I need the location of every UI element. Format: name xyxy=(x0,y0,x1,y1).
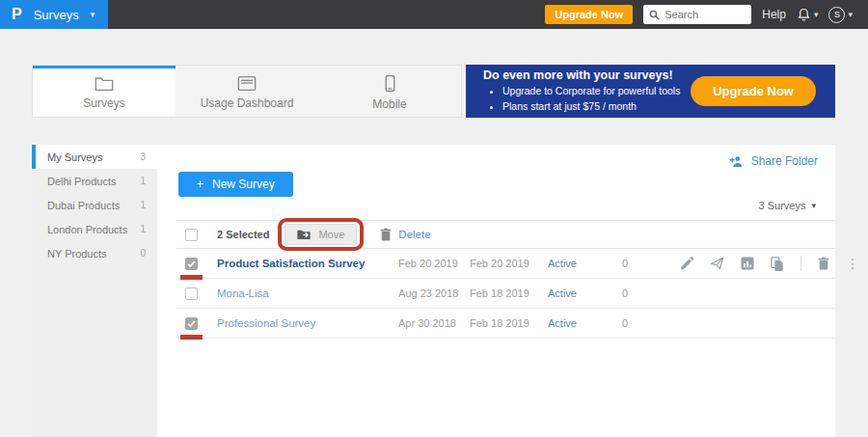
delete-label: Delete xyxy=(398,229,430,240)
search-box xyxy=(643,5,751,24)
edit-pencil-icon[interactable] xyxy=(680,257,693,270)
modified-date: Feb 20 2019 xyxy=(470,258,548,269)
survey-name-link[interactable]: Product Satisfaction Survey xyxy=(217,258,398,269)
search-input[interactable] xyxy=(665,9,746,20)
status-label: Active xyxy=(548,317,622,329)
surveys-count-dropdown[interactable]: 3 Surveys ▾ xyxy=(759,200,816,211)
surveys-count-label: 3 Surveys xyxy=(759,200,806,211)
responses-count: 0 xyxy=(622,258,680,269)
promo-bullet: Plans start at just $75 / month xyxy=(502,99,680,115)
chevron-down-icon: ▾ xyxy=(811,202,816,210)
table-row: Mona-Lisa Aug 23 2018 Feb 18 2019 Active… xyxy=(176,279,835,309)
plus-icon: + xyxy=(197,178,203,191)
more-options-icon[interactable]: ⋮ xyxy=(846,257,859,270)
topbar: P Surveys ▾ Upgrade Now Help ▾ S ▾ xyxy=(0,0,868,29)
divider xyxy=(800,256,801,271)
folder-icon xyxy=(95,75,114,92)
row-checkbox[interactable] xyxy=(185,317,198,330)
mobile-icon xyxy=(384,74,396,93)
move-label: Move xyxy=(318,229,344,240)
promo-bullet: Upgrade to Corporate for powerful tools xyxy=(502,84,680,99)
table-row: Professional Survey Apr 30 2018 Feb 18 2… xyxy=(176,309,835,339)
modified-date: Feb 18 2019 xyxy=(470,287,548,299)
modified-date: Feb 18 2019 xyxy=(470,317,548,329)
folder-label: My Surveys xyxy=(47,151,102,163)
delete-trash-icon[interactable] xyxy=(818,257,829,270)
surveys-table: 2 Selected Move Delete Product Satisfact… xyxy=(176,220,835,339)
share-person-icon xyxy=(729,155,745,168)
brand-logo: P xyxy=(12,7,22,22)
new-survey-button[interactable]: + New Survey xyxy=(178,172,293,197)
annotation-checkbox-underline xyxy=(180,335,203,340)
survey-name-link[interactable]: Mona-Lisa xyxy=(217,287,398,299)
folder-label: Dubai Products xyxy=(47,200,120,211)
send-plane-icon[interactable] xyxy=(710,257,724,270)
folder-label: NY Products xyxy=(47,248,107,259)
app-menu-label: Surveys xyxy=(34,8,79,22)
promo-text: Do even more with your surveys! Upgrade … xyxy=(483,68,680,115)
status-label: Active xyxy=(548,287,622,299)
move-folder-icon xyxy=(297,229,311,240)
chevron-down-icon: ▾ xyxy=(91,11,95,19)
promo-bullets: Upgrade to Corporate for powerful tools … xyxy=(489,84,680,115)
table-row: Product Satisfaction Survey Feb 20 2019 … xyxy=(176,249,835,279)
row-checkbox[interactable] xyxy=(185,287,198,300)
folder-label: London Products xyxy=(47,224,127,235)
created-date: Aug 23 2018 xyxy=(398,287,470,299)
promo-title: Do even more with your surveys! xyxy=(483,68,680,82)
upgrade-now-button[interactable]: Upgrade Now xyxy=(545,5,633,24)
notifications-menu[interactable]: ▾ xyxy=(797,8,819,22)
status-label: Active xyxy=(548,258,622,269)
move-button[interactable]: Move xyxy=(285,224,357,245)
trash-icon xyxy=(380,228,392,241)
dashboard-icon xyxy=(237,75,257,92)
row-actions: ⋮ xyxy=(680,256,868,271)
avatar: S xyxy=(828,7,845,23)
folder-label: Delhi Products xyxy=(47,176,117,187)
folder-count: 0 xyxy=(140,248,146,259)
tab-label: Surveys xyxy=(83,96,124,110)
sidebar-item-london-products[interactable]: London Products 1 xyxy=(32,217,157,241)
share-folder-link[interactable]: Share Folder xyxy=(729,154,818,168)
sidebar-item-ny-products[interactable]: NY Products 0 xyxy=(32,241,157,265)
select-all-checkbox[interactable] xyxy=(185,229,198,241)
tab-label: Usage Dashboard xyxy=(201,96,294,110)
folder-count: 1 xyxy=(140,224,146,234)
sidebar-item-my-surveys[interactable]: My Surveys 3 xyxy=(32,145,157,169)
promo-banner: Do even more with your surveys! Upgrade … xyxy=(466,65,835,118)
table-toolbar: 2 Selected Move Delete xyxy=(176,220,835,249)
delete-button[interactable]: Delete xyxy=(380,228,430,241)
app-menu[interactable]: P Surveys ▾ xyxy=(0,0,108,29)
created-date: Apr 30 2018 xyxy=(398,317,470,329)
survey-name-link[interactable]: Professional Survey xyxy=(217,317,398,329)
topbar-right: Upgrade Now Help ▾ S ▾ xyxy=(545,5,868,24)
share-folder-label: Share Folder xyxy=(751,154,818,168)
responses-count: 0 xyxy=(622,287,680,299)
folder-count: 1 xyxy=(140,200,146,210)
tab-label: Mobile xyxy=(372,97,406,111)
folder-count: 1 xyxy=(140,176,146,186)
row-checkbox[interactable] xyxy=(185,258,198,270)
section-tabs: Surveys Usage Dashboard Mobile xyxy=(32,65,462,118)
folder-count: 3 xyxy=(140,151,146,162)
sidebar-item-delhi-products[interactable]: Delhi Products 1 xyxy=(32,169,157,193)
account-menu[interactable]: S ▾ xyxy=(828,7,853,23)
tab-mobile[interactable]: Mobile xyxy=(318,66,461,117)
help-link[interactable]: Help xyxy=(762,8,786,21)
main-content: Share Folder + New Survey 3 Surveys ▾ 2 … xyxy=(157,145,835,437)
copy-icon[interactable] xyxy=(771,257,784,271)
chevron-down-icon: ▾ xyxy=(848,11,853,19)
selected-count-label: 2 Selected xyxy=(217,229,269,240)
search-icon xyxy=(649,10,660,20)
new-survey-label: New Survey xyxy=(212,178,275,191)
reports-chart-icon[interactable] xyxy=(741,257,754,270)
tab-surveys[interactable]: Surveys xyxy=(33,66,176,117)
created-date: Feb 20 2019 xyxy=(398,258,470,269)
sidebar-item-dubai-products[interactable]: Dubai Products 1 xyxy=(32,193,157,217)
responses-count: 0 xyxy=(622,317,680,329)
folders-sidebar: My Surveys 3 Delhi Products 1 Dubai Prod… xyxy=(32,145,157,437)
bell-icon xyxy=(797,8,811,22)
upgrade-now-cta-button[interactable]: Upgrade Now xyxy=(691,76,816,106)
chevron-down-icon: ▾ xyxy=(814,11,819,19)
tab-usage-dashboard[interactable]: Usage Dashboard xyxy=(176,66,318,117)
